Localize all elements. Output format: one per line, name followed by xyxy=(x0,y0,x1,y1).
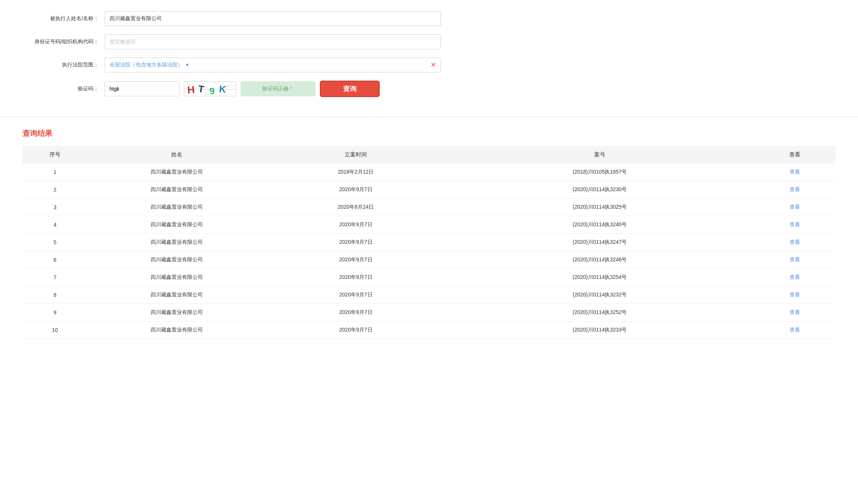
cell-date: 2020年9月7日 xyxy=(266,269,445,286)
cell-date: 2020年9月7日 xyxy=(266,181,445,199)
cell-name: 四川藏鑫置业有限公司 xyxy=(87,181,266,199)
table-header-row: 序号 姓名 立案时间 案号 查看 xyxy=(22,146,836,164)
cell-name: 四川藏鑫置业有限公司 xyxy=(87,304,266,321)
cell-name: 四川藏鑫置业有限公司 xyxy=(87,216,266,234)
table-row: 6四川藏鑫置业有限公司2020年9月7日(2020)川0114执3246号查看 xyxy=(22,251,836,269)
cell-case: (2020)川0114执3230号 xyxy=(445,181,754,199)
table-row: 5四川藏鑫置业有限公司2020年9月7日(2020)川0114执3247号查看 xyxy=(22,234,836,251)
cell-seq: 6 xyxy=(22,251,87,269)
cell-case: (2020)川0114执3246号 xyxy=(445,251,754,269)
cell-name: 四川藏鑫置业有限公司 xyxy=(87,251,266,269)
view-link[interactable]: 查看 xyxy=(790,239,800,245)
svg-point-8 xyxy=(206,94,207,95)
captcha-input[interactable] xyxy=(105,81,179,96)
person-name-row: 被执行人姓名/名称： xyxy=(22,11,836,26)
svg-text:K: K xyxy=(219,84,226,95)
cell-seq: 8 xyxy=(22,286,87,304)
cell-date: 2018年2月12日 xyxy=(266,164,445,181)
cell-date: 2020年8月24日 xyxy=(266,199,445,216)
id-row: 身份证号码/组织机构代码： xyxy=(22,34,836,49)
svg-point-10 xyxy=(215,83,216,84)
view-link[interactable]: 查看 xyxy=(790,309,800,315)
results-section: 查询结果 序号 姓名 立案时间 案号 查看 1四川藏鑫置业有限公司2018年2月… xyxy=(0,117,858,350)
table-row: 4四川藏鑫置业有限公司2020年9月7日(2020)川0114执3240号查看 xyxy=(22,216,836,234)
svg-point-9 xyxy=(228,85,229,87)
cell-case: (2020)川0114执3254号 xyxy=(445,269,754,286)
court-label: 执行法院范围： xyxy=(22,62,105,68)
cell-seq: 4 xyxy=(22,216,87,234)
court-select[interactable]: 全国法院（包含地方各级法院） ▼ ✕ xyxy=(105,57,441,72)
view-link[interactable]: 查看 xyxy=(790,327,800,333)
captcha-row: 验证码： H T 9 K xyxy=(22,81,836,97)
table-header: 序号 姓名 立案时间 案号 查看 xyxy=(22,146,836,164)
cell-view: 查看 xyxy=(754,164,836,181)
cell-name: 四川藏鑫置业有限公司 xyxy=(87,286,266,304)
cell-date: 2020年9月7日 xyxy=(266,304,445,321)
col-header-name: 姓名 xyxy=(87,146,266,164)
table-row: 8四川藏鑫置业有限公司2020年9月7日(2020)川0114执3232号查看 xyxy=(22,286,836,304)
cell-seq: 9 xyxy=(22,304,87,321)
cell-view: 查看 xyxy=(754,216,836,234)
search-form-section: 被执行人姓名/名称： 身份证号码/组织机构代码： 执行法院范围： 全国法院（包含… xyxy=(0,0,858,117)
view-link[interactable]: 查看 xyxy=(790,256,800,262)
court-row: 执行法院范围： 全国法院（包含地方各级法院） ▼ ✕ xyxy=(22,57,836,72)
table-row: 10四川藏鑫置业有限公司2020年9月7日(2020)川0114执3233号查看 xyxy=(22,321,836,339)
table-row: 1四川藏鑫置业有限公司2018年2月12日(2018)川0105执1657号查看 xyxy=(22,164,836,181)
cell-case: (2020)川0114执3232号 xyxy=(445,286,754,304)
person-label: 被执行人姓名/名称： xyxy=(22,15,105,22)
cell-date: 2020年9月7日 xyxy=(266,251,445,269)
cell-view: 查看 xyxy=(754,304,836,321)
captcha-correct-indicator: 验证码正确！ xyxy=(241,81,315,96)
cell-date: 2020年9月7日 xyxy=(266,286,445,304)
query-button[interactable]: 查询 xyxy=(320,81,380,97)
captcha-controls: H T 9 K 验证码正确！ 查询 xyxy=(105,81,380,97)
view-link[interactable]: 查看 xyxy=(790,221,800,227)
svg-point-7 xyxy=(189,84,190,85)
table-row: 2四川藏鑫置业有限公司2020年9月7日(2020)川0114执3230号查看 xyxy=(22,181,836,199)
svg-text:H: H xyxy=(187,84,195,96)
col-header-seq: 序号 xyxy=(22,146,87,164)
cell-seq: 10 xyxy=(22,321,87,339)
cell-view: 查看 xyxy=(754,286,836,304)
cell-seq: 3 xyxy=(22,199,87,216)
cell-seq: 1 xyxy=(22,164,87,181)
cell-name: 四川藏鑫置业有限公司 xyxy=(87,234,266,251)
cell-view: 查看 xyxy=(754,321,836,339)
cell-case: (2020)川0114执3247号 xyxy=(445,234,754,251)
cell-name: 四川藏鑫置业有限公司 xyxy=(87,321,266,339)
cell-view: 查看 xyxy=(754,181,836,199)
table-row: 9四川藏鑫置业有限公司2020年9月7日(2020)川0114执3252号查看 xyxy=(22,304,836,321)
court-select-text: 全国法院（包含地方各级法院） xyxy=(109,62,183,68)
cell-seq: 7 xyxy=(22,269,87,286)
view-link[interactable]: 查看 xyxy=(790,292,800,298)
col-header-case: 案号 xyxy=(445,146,754,164)
cell-name: 四川藏鑫置业有限公司 xyxy=(87,269,266,286)
cell-case: (2020)川0114执3025号 xyxy=(445,199,754,216)
cell-date: 2020年9月7日 xyxy=(266,234,445,251)
id-input[interactable] xyxy=(105,34,441,49)
cell-date: 2020年9月7日 xyxy=(266,321,445,339)
view-link[interactable]: 查看 xyxy=(790,186,800,192)
captcha-image[interactable]: H T 9 K xyxy=(184,81,236,96)
clear-icon[interactable]: ✕ xyxy=(430,61,436,69)
table-body: 1四川藏鑫置业有限公司2018年2月12日(2018)川0105执1657号查看… xyxy=(22,164,836,339)
cell-case: (2020)川0114执3240号 xyxy=(445,216,754,234)
cell-case: (2018)川0105执1657号 xyxy=(445,164,754,181)
chevron-down-icon: ▼ xyxy=(185,62,189,68)
cell-case: (2020)川0114执3233号 xyxy=(445,321,754,339)
captcha-label: 验证码： xyxy=(22,85,105,92)
cell-seq: 5 xyxy=(22,234,87,251)
person-input[interactable] xyxy=(105,11,441,26)
cell-view: 查看 xyxy=(754,234,836,251)
table-row: 3四川藏鑫置业有限公司2020年8月24日(2020)川0114执3025号查看 xyxy=(22,199,836,216)
cell-name: 四川藏鑫置业有限公司 xyxy=(87,199,266,216)
cell-view: 查看 xyxy=(754,251,836,269)
view-link[interactable]: 查看 xyxy=(790,169,800,175)
cell-date: 2020年9月7日 xyxy=(266,216,445,234)
view-link[interactable]: 查看 xyxy=(790,274,800,280)
view-link[interactable]: 查看 xyxy=(790,204,800,210)
id-label: 身份证号码/组织机构代码： xyxy=(22,38,105,45)
results-title: 查询结果 xyxy=(22,128,836,139)
cell-case: (2020)川0114执3252号 xyxy=(445,304,754,321)
cell-view: 查看 xyxy=(754,199,836,216)
